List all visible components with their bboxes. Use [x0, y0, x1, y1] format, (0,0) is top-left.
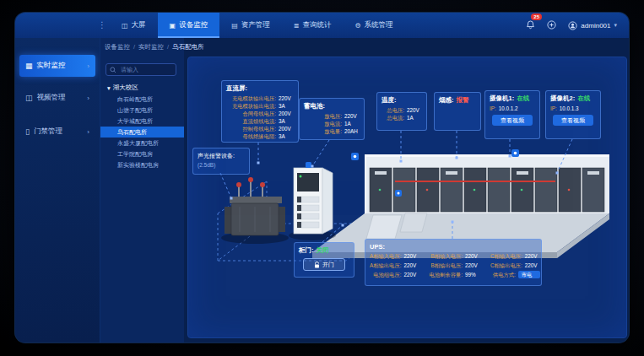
tab-asset-management[interactable]: ▤ 资产管理 — [219, 13, 282, 38]
field-label: A相输入电压: — [370, 252, 401, 260]
battery-panel: 蓄电池: 放电压:220V 放电流:1A 放电量:20AH — [299, 98, 365, 140]
fullscreen-button[interactable] — [547, 18, 556, 33]
alarm-device-label: 声光报警设备: — [198, 152, 245, 160]
field-label: 母线绝缘电阻: — [226, 132, 276, 140]
tab-label: 查询统计 — [302, 20, 331, 30]
search-input[interactable] — [119, 66, 172, 73]
field-label: B相输入电压: — [429, 252, 463, 260]
tab-query-statistics[interactable]: ≣ 查询统计 — [282, 13, 344, 38]
breadcrumb-separator: / — [167, 43, 169, 51]
notifications-button[interactable]: 25 — [526, 18, 535, 33]
panel-title: 摄像机1: — [490, 94, 514, 103]
field-value: 220V — [279, 94, 294, 102]
field-label: 放电压: — [304, 112, 342, 120]
ip-value: 10.0.1.3 — [560, 105, 579, 112]
smoke-sensor-panel: 烟感: 报警 — [434, 92, 481, 131]
panel-title: 温度: — [382, 96, 422, 105]
ups-column-a: A相输入电压:220V A相输出电压:220V 电池组电压:220V — [370, 252, 419, 278]
camera2-panel: 摄像机2: 在线 IP:10.0.1.3 查看视频 — [545, 90, 601, 139]
top-navbar: ⋮ ◫ 大屏 ▣ 设备监控 ▤ 资产管理 ≣ 查询统计 ⚙ 系统管理 — [15, 13, 629, 38]
fullscreen-icon — [547, 20, 556, 30]
tree-item-active[interactable]: 乌石配电所 — [100, 127, 184, 138]
sidebar-item-label: 门禁管理 — [34, 127, 62, 137]
field-value: 220V — [403, 271, 419, 278]
tab-label: 大屏 — [132, 20, 146, 30]
field-value: 3A — [279, 132, 294, 140]
cabinet-door-panel: 柜门: 关闭 开门 — [294, 242, 354, 278]
app-window: ⋮ ◫ 大屏 ▣ 设备监控 ▤ 资产管理 ≣ 查询统计 ⚙ 系统管理 — [15, 13, 629, 343]
tree-item[interactable]: 白石岭配电所 — [100, 94, 184, 105]
open-door-button[interactable]: 开门 — [303, 258, 345, 271]
ups-panel: UPS: A相输入电压:220V A相输出电压:220V 电池组电压:220V … — [365, 239, 542, 286]
field-value: 3A — [279, 117, 294, 125]
field-value: 220V — [403, 262, 419, 269]
smoke-status: 报警 — [457, 96, 469, 105]
realtime-monitor-icon: ▦ — [25, 62, 33, 70]
panel-title: 柜门: — [299, 246, 314, 255]
tree-item[interactable]: 工学院配电房 — [100, 148, 184, 159]
tab-label: 设备监控 — [179, 20, 208, 30]
view-video-button[interactable]: 查看视频 — [492, 115, 533, 126]
statistics-icon: ≣ — [294, 22, 300, 30]
field-value: 1A — [344, 120, 360, 127]
tab-label: 资产管理 — [241, 20, 270, 30]
sidebar-item-access-control[interactable]: ▯ 门禁管理 › — [19, 121, 95, 143]
alarm-device-value: (2.5dB) — [198, 162, 245, 168]
field-label: 电池组电压: — [370, 271, 401, 278]
user-avatar-icon — [568, 21, 577, 30]
view-video-button[interactable]: 查看视频 — [553, 115, 593, 126]
ups-column-b: B相输入电压:220V B相输出电压:220V 电池剩余容量:99% — [429, 252, 480, 278]
field-value: 220V — [525, 262, 540, 269]
breadcrumb-separator: / — [133, 43, 135, 51]
dc-screen-panel: 直流屏: 充电模块输出电压:220V 充电模块输出电流:3A 合闸母线电压:20… — [221, 80, 299, 143]
breadcrumb-item[interactable]: 实时监控 — [138, 43, 164, 51]
sidebar-item-realtime-monitor[interactable]: ▦ 实时监控 › — [19, 55, 95, 77]
field-label: C相输入电压: — [490, 252, 522, 260]
tree-item[interactable]: 永盛大厦配电所 — [100, 138, 184, 148]
bell-icon — [526, 20, 535, 30]
field-value: 99% — [465, 271, 480, 278]
field-value: 3A — [279, 102, 294, 110]
user-menu[interactable]: admin001 ▾ — [568, 21, 617, 30]
tree-item[interactable]: 山塘子配电所 — [100, 105, 184, 116]
video-icon: ◫ — [25, 94, 33, 102]
field-value: 220V — [407, 106, 422, 114]
primary-sidebar: ▦ 实时监控 › ◫ 视频管理 › ▯ 门禁管理 › — [15, 38, 100, 343]
device-frame: ⋮ ◫ 大屏 ▣ 设备监控 ▤ 资产管理 ≣ 查询统计 ⚙ 系统管理 — [0, 0, 644, 356]
tab-device-monitor[interactable]: ▣ 设备监控 — [158, 13, 220, 38]
tab-system-management[interactable]: ⚙ 系统管理 — [343, 13, 404, 38]
field-label: 控制母线电压: — [226, 125, 276, 132]
field-label: 放电流: — [304, 120, 342, 127]
nav-tabs: ◫ 大屏 ▣ 设备监控 ▤ 资产管理 ≣ 查询统计 ⚙ 系统管理 — [110, 13, 405, 38]
monitor-icon: ▣ — [170, 22, 176, 30]
chevron-right-icon: › — [87, 128, 89, 136]
panel-title: 摄像机2: — [550, 94, 575, 103]
sidebar-item-video-management[interactable]: ◫ 视频管理 › — [19, 87, 95, 109]
field-label: 合闸母线电压: — [226, 110, 276, 117]
temperature-panel: 温度: 总电压:220V 总电流:1A — [376, 92, 427, 131]
field-value: 220V — [403, 252, 419, 260]
menu-collapse-icon[interactable]: ⋮ — [98, 19, 106, 31]
field-value: 220V — [344, 112, 360, 120]
tree-item[interactable]: 大学城配电所 — [100, 116, 184, 127]
chevron-right-icon: › — [87, 94, 89, 102]
tree-item[interactable]: 新实验楼配电房 — [100, 159, 184, 170]
camera1-panel: 摄像机1: 在线 IP:10.0.1.2 查看视频 — [484, 90, 540, 139]
open-door-icon — [314, 262, 320, 268]
panel-title: UPS: — [370, 243, 537, 251]
station-tree-panel: ▾ 湖大校区 白石岭配电所 山塘子配电所 大学城配电所 乌石配电所 永盛大厦配电… — [100, 38, 184, 343]
panel-title: 蓄电池: — [304, 102, 360, 111]
sound-light-alarm-panel: 声光报警设备: (2.5dB) — [192, 148, 250, 175]
search-icon — [110, 67, 116, 73]
tree-parent-node[interactable]: ▾ 湖大校区 — [100, 82, 184, 94]
station-tree: ▾ 湖大校区 白石岭配电所 山塘子配电所 大学城配电所 乌石配电所 永盛大厦配电… — [100, 82, 184, 170]
power-mode-badge: 市电 — [518, 271, 540, 278]
breadcrumb-item[interactable]: 设备监控 — [105, 43, 130, 51]
camera-status: 在线 — [577, 94, 590, 103]
field-value: 200V — [279, 125, 294, 132]
tab-dashboard[interactable]: ◫ 大屏 — [110, 13, 158, 38]
field-label: 总电压: — [382, 106, 404, 114]
field-label: 电池剩余容量: — [429, 271, 463, 278]
ip-label: IP: — [550, 105, 557, 112]
ups-column-c: C相输入电压:220V C相输出电压:220V 供电方式:市电 — [490, 252, 540, 278]
